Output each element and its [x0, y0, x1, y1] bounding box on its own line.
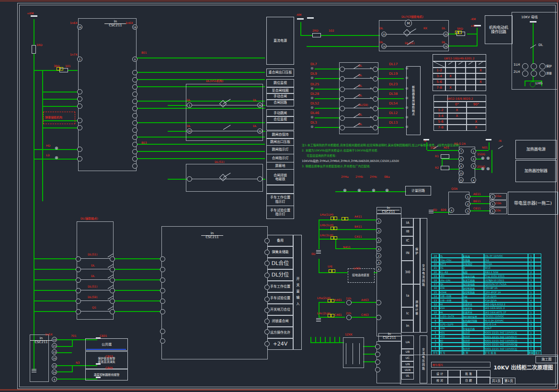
terminal-circle — [373, 87, 378, 92]
voltage-display-label-box: 带电显示器(一拖二) — [508, 192, 558, 215]
wire-label: 0D — [433, 208, 437, 211]
contact-pos-glyph — [448, 62, 452, 65]
contact-table-rowhead: 7-8 — [434, 124, 448, 131]
contact-pos-glyph — [478, 62, 482, 65]
chevron-icon: » — [370, 105, 371, 109]
terminal-circle — [346, 300, 352, 305]
wire-segment — [55, 352, 72, 353]
loop-title-current: 交流电流回路 — [420, 218, 427, 333]
wire-segment — [489, 142, 490, 150]
wire-segment — [43, 106, 78, 107]
terminal-circle: 34 — [257, 103, 262, 108]
wire-label: 0Ba — [384, 175, 390, 178]
wire-label: DL17 — [389, 62, 398, 66]
terminal-circle: 1 — [490, 194, 495, 199]
wire-segment — [34, 19, 34, 370]
terminal-circle — [340, 106, 345, 111]
terminal-circle — [110, 299, 115, 304]
terminal-circle — [110, 288, 115, 293]
terminal-circle: 1 — [471, 149, 476, 154]
wire-segment — [55, 371, 72, 372]
wire-label: DL28 — [310, 92, 319, 96]
wire-label: DL19 — [389, 72, 398, 76]
wire-segment — [334, 337, 335, 342]
terminal-circle: 1 — [187, 103, 192, 108]
terminal-circle — [132, 113, 137, 118]
wire-label: B411 — [354, 225, 362, 228]
terminal-group-label: IC — [401, 236, 414, 246]
wire-label: DL — [442, 26, 445, 30]
terminal-circle: 8 — [458, 163, 464, 169]
wire-label: C463 — [361, 313, 369, 316]
wire-label: 801 — [141, 51, 147, 54]
wire-segment — [315, 337, 316, 342]
motor-circuit-block — [379, 20, 449, 51]
wire-label: RS-S-2A — [454, 142, 466, 145]
ct-icon — [342, 217, 345, 220]
switch-input-item: 备用 — [267, 235, 293, 246]
contact-table-cell: X — [466, 124, 486, 131]
wire-segment — [319, 302, 319, 318]
terminal-circle: 9 — [52, 377, 57, 382]
ct-icon — [57, 67, 60, 70]
wire-segment — [42, 71, 43, 201]
wire-segment — [34, 300, 78, 301]
terminal-circle: 24 — [443, 44, 448, 49]
dc-circuit-label: 合闸闭锁 电磁铁 — [266, 169, 294, 185]
terminal-circle: 19 — [52, 337, 57, 342]
terminal-circle — [77, 104, 82, 109]
terminal-circle: 1 — [77, 57, 82, 62]
switch-input-item: +24V — [267, 338, 293, 350]
wire-label: N411 — [343, 245, 351, 249]
terminal-circle: 14 — [381, 44, 387, 49]
wire-segment — [467, 34, 478, 35]
wire-segment — [34, 258, 78, 259]
wire-segment — [315, 78, 341, 79]
wire-label: R2 — [435, 166, 439, 169]
ct-icon — [332, 269, 335, 273]
terminal-circle: 2 — [376, 253, 381, 258]
dc-circuit-label — [266, 122, 294, 130]
wire-segment — [113, 279, 161, 280]
bus-end-icon — [486, 139, 491, 140]
oneline-ct1-label: 1LH — [513, 63, 520, 67]
terminal-circle: 6 — [458, 156, 464, 161]
wire-label: 0D — [311, 252, 315, 255]
wire-label: DL(辅助触点) — [80, 216, 98, 220]
terminal-circle — [77, 89, 82, 94]
terminal-circle: 15 — [52, 343, 57, 348]
terminal-circle — [110, 309, 115, 314]
oneline-measure-label: 测量 — [546, 71, 552, 75]
wire-label: DL — [442, 40, 445, 44]
wire-label: 1n5X — [45, 333, 53, 336]
wire-label: C601 — [100, 334, 107, 337]
relay-block-bottom — [161, 226, 268, 359]
terminal-circle — [373, 76, 378, 81]
wire-segment — [34, 311, 78, 312]
terminal-circle — [257, 176, 262, 182]
wire-label: R1 — [435, 154, 439, 158]
terminal-circle — [110, 256, 115, 262]
ct-icon — [455, 31, 458, 34]
terminal-circle — [264, 329, 270, 334]
terminal-circle — [375, 367, 380, 372]
terminal-circle — [373, 67, 378, 72]
dc-circuit-label: 合闸指示灯 — [266, 154, 294, 162]
lamp-icon: ⊗ — [55, 146, 58, 150]
chevron-icon: » — [370, 86, 371, 90]
ct-icon — [334, 236, 337, 240]
wire-label: C805 — [105, 366, 113, 369]
terminal-circle: 20 — [443, 32, 448, 37]
wire-segment — [137, 158, 265, 159]
lamp-icon: ⊗ — [385, 188, 389, 193]
wire-label: A611 — [473, 192, 481, 196]
wire-label: A411 — [354, 215, 362, 218]
wire-segment — [335, 248, 376, 249]
wire-segment — [315, 89, 341, 90]
chevron-icon: » — [370, 66, 371, 70]
wire-segment — [137, 79, 265, 80]
terminal-circle — [76, 277, 81, 283]
wire-label: DL52 — [310, 102, 319, 105]
wire-segment — [319, 229, 376, 230]
terminal-circle: 4 — [471, 177, 476, 183]
